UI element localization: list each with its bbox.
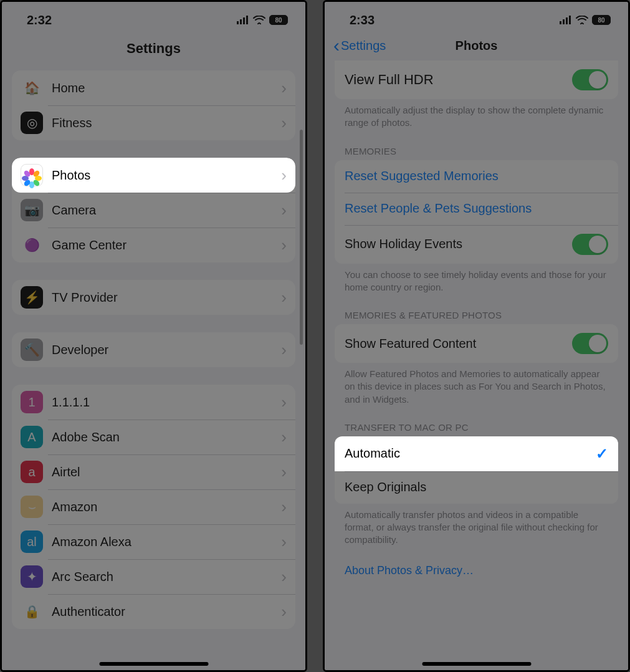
row-label: 1.1.1.1 (52, 395, 272, 410)
screenshot-photos-settings: 2:33 80 ‹ Settings Photos View Full HDR … (323, 0, 630, 672)
section-footer: You can choose to see timely holiday eve… (325, 264, 628, 294)
settings-row-authenticator[interactable]: 🔒Authenticator› (12, 594, 295, 629)
section-header-featured: MEMORIES & FEATURED PHOTOS (325, 310, 628, 324)
status-time: 2:33 (350, 13, 375, 27)
home-indicator[interactable] (99, 662, 208, 666)
settings-group: ⚡TV Provider› (12, 280, 295, 315)
svg-rect-4 (560, 21, 561, 24)
chevron-right-icon: › (281, 166, 287, 185)
toggle-holiday[interactable] (572, 234, 608, 255)
svg-rect-3 (246, 16, 248, 24)
chevron-right-icon: › (281, 463, 287, 482)
chevron-left-icon: ‹ (333, 36, 340, 55)
row-label: Photos (52, 168, 272, 183)
settings-row-arc-search[interactable]: ✦Arc Search› (12, 559, 295, 594)
checkmark-icon: ✓ (596, 445, 608, 463)
settings-row-fitness[interactable]: ◎Fitness› (12, 105, 295, 140)
settings-row-photos[interactable]: Photos› (12, 158, 295, 193)
settings-row-1-1-1-1[interactable]: 11.1.1.1› (12, 385, 295, 420)
toggle-hdr[interactable] (572, 69, 608, 90)
nav-bar: ‹ Settings Photos (325, 33, 628, 60)
row-featured-content: Show Featured Content (335, 324, 618, 363)
home-indicator[interactable] (422, 662, 531, 666)
svg-rect-1 (240, 19, 242, 24)
row-label: Arc Search (52, 570, 272, 584)
settings-group: Photos›📷Camera›🟣Game Center› (12, 158, 295, 262)
1-1-1-1-icon: 1 (21, 391, 43, 413)
settings-row-game-center[interactable]: 🟣Game Center› (12, 228, 295, 262)
chevron-right-icon: › (281, 201, 287, 220)
svg-rect-5 (563, 19, 565, 24)
settings-row-amazon-alexa[interactable]: alAmazon Alexa› (12, 524, 295, 559)
section-footer: Automatically adjust the display to show… (325, 99, 628, 130)
section-footer: Allow Featured Photos and Memories to au… (325, 363, 628, 406)
status-bar: 2:33 80 (325, 2, 628, 33)
row-transfer-automatic[interactable]: Automatic ✓ (335, 436, 618, 471)
row-label: Keep Originals (345, 480, 608, 494)
adobe-scan-icon: A (21, 426, 43, 448)
row-label: View Full HDR (345, 72, 572, 88)
svg-rect-6 (566, 17, 568, 24)
settings-row-home[interactable]: 🏠Home› (12, 70, 295, 105)
game-center-icon: 🟣 (21, 234, 43, 256)
developer-icon: 🔨 (21, 338, 43, 361)
chevron-right-icon: › (281, 602, 287, 622)
row-label: Fitness (52, 116, 272, 130)
row-reset-memories[interactable]: Reset Suggested Memories (335, 160, 618, 193)
row-reset-people-pets[interactable]: Reset People & Pets Suggestions (335, 193, 618, 225)
settings-row-airtel[interactable]: aAirtel› (12, 454, 295, 489)
status-time: 2:32 (27, 13, 52, 27)
row-label: TV Provider (52, 290, 272, 305)
row-label: Airtel (52, 465, 272, 479)
svg-rect-7 (569, 16, 571, 24)
back-button[interactable]: ‹ Settings (333, 36, 386, 55)
tv-provider-icon: ⚡ (21, 286, 43, 309)
fitness-icon: ◎ (21, 112, 43, 134)
wifi-icon (253, 13, 265, 27)
scroll-indicator[interactable] (300, 130, 303, 345)
row-label: Reset Suggested Memories (345, 169, 608, 183)
chevron-right-icon: › (281, 236, 287, 255)
settings-row-amazon[interactable]: ⌣Amazon› (12, 489, 295, 524)
section-footer: Automatically transfer photos and videos… (325, 504, 628, 547)
svg-rect-2 (243, 17, 245, 24)
screenshot-settings-list: 2:32 80 Settings 🏠Home›◎Fitness›Photos›📷… (0, 0, 307, 672)
row-label: Show Holiday Events (345, 237, 572, 251)
row-label: Reset People & Pets Suggestions (345, 201, 608, 216)
row-label: Automatic (345, 446, 596, 461)
chevron-right-icon: › (281, 428, 287, 447)
settings-row-adobe-scan[interactable]: AAdobe Scan› (12, 420, 295, 454)
cellular-icon (560, 13, 572, 27)
battery-indicator: 80 (592, 15, 611, 25)
row-label: Game Center (52, 238, 272, 252)
status-bar: 2:32 80 (2, 2, 305, 33)
chevron-right-icon: › (281, 532, 287, 552)
authenticator-icon: 🔒 (21, 600, 43, 623)
svg-rect-0 (237, 21, 239, 24)
toggle-featured[interactable] (572, 333, 608, 354)
row-label: Developer (52, 343, 272, 357)
chevron-right-icon: › (281, 497, 287, 517)
section-header-memories: MEMORIES (325, 146, 628, 160)
back-label: Settings (341, 39, 386, 53)
airtel-icon: a (21, 461, 43, 483)
camera-icon: 📷 (21, 199, 43, 221)
settings-row-developer[interactable]: 🔨Developer› (12, 332, 295, 367)
cellular-icon (237, 13, 249, 27)
chevron-right-icon: › (281, 113, 287, 133)
row-label: Camera (52, 203, 272, 218)
settings-group: 🏠Home›◎Fitness› (12, 70, 295, 140)
settings-row-camera[interactable]: 📷Camera› (12, 193, 295, 228)
chevron-right-icon: › (281, 340, 287, 360)
settings-group: 🔨Developer› (12, 332, 295, 367)
home-icon: 🏠 (21, 77, 43, 99)
battery-indicator: 80 (269, 15, 288, 25)
row-transfer-keep-originals[interactable]: Keep Originals (335, 471, 618, 504)
settings-row-tv-provider[interactable]: ⚡TV Provider› (12, 280, 295, 315)
row-label: Home (52, 81, 272, 95)
row-label: Amazon (52, 500, 272, 514)
page-title: Settings (2, 33, 305, 67)
settings-group: 11.1.1.1›AAdobe Scan›aAirtel›⌣Amazon›alA… (12, 385, 295, 629)
about-photos-privacy-link[interactable]: About Photos & Privacy… (325, 547, 628, 583)
row-label: Amazon Alexa (52, 535, 272, 549)
